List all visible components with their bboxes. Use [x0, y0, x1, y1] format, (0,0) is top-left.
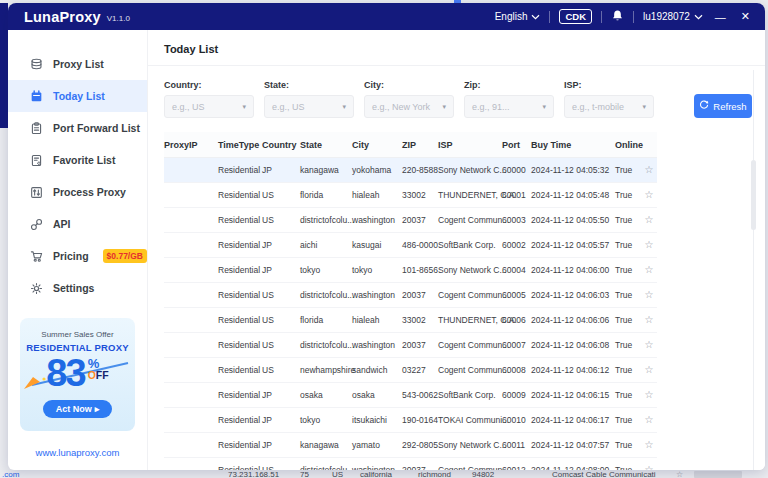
table-cell: kanagawa — [300, 165, 352, 175]
table-cell: 03227 — [402, 365, 438, 375]
favorite-star-icon[interactable]: ☆ — [641, 190, 657, 200]
filter-select-isp[interactable]: e.g., t-mobile▾ — [564, 95, 654, 118]
filter-state: State:e.g., US▾ — [264, 80, 354, 118]
divider — [601, 11, 602, 23]
favorite-star-icon[interactable]: ☆ — [641, 465, 657, 470]
column-header-city: City — [352, 140, 402, 150]
sidebar-item-api[interactable]: API — [8, 208, 147, 240]
table-row[interactable]: ResidentialUSfloridahialeah33002THUNDERN… — [164, 308, 657, 333]
sidebar-item-proxy-list[interactable]: Proxy List — [8, 48, 147, 80]
chevron-down-icon: ▾ — [642, 103, 646, 111]
filter-select-state[interactable]: e.g., US▾ — [264, 95, 354, 118]
table-row[interactable]: ResidentialJPtokyotokyo101-8656Sony Netw… — [164, 258, 657, 283]
filter-select-zip[interactable]: e.g., 91...▾ — [464, 95, 554, 118]
table-cell: florida — [300, 315, 352, 325]
table-cell: Cogent Commun... — [438, 215, 502, 225]
table-cell: 2024-11-12 04:07:57 — [531, 440, 615, 450]
table-cell: 2024-11-12 04:06:08 — [531, 340, 615, 350]
table-cell: JP — [262, 265, 300, 275]
table-cell: True — [615, 465, 641, 470]
sidebar-item-process-proxy[interactable]: Process Proxy — [8, 176, 147, 208]
background-text: 75 — [300, 470, 309, 478]
table-row[interactable]: ResidentialUSdistrictofcolu...washington… — [164, 333, 657, 358]
favorite-doc-icon — [30, 154, 43, 167]
favorite-star-icon[interactable]: ☆ — [641, 390, 657, 400]
column-header-state: State — [300, 140, 352, 150]
language-selector[interactable]: English — [495, 11, 541, 22]
sidebar-item-favorite-list[interactable]: Favorite List — [8, 144, 147, 176]
table-cell: districtofcolu... — [300, 340, 352, 350]
sidebar-item-port-forward-list[interactable]: Port Forward List — [8, 112, 147, 144]
filter-label: Country: — [164, 80, 254, 90]
table-row[interactable]: ResidentialJPtokyoitsukaichi190-0164TOKA… — [164, 408, 657, 433]
close-button[interactable]: ✕ — [738, 10, 753, 23]
website-link[interactable]: www.lunaproxy.com — [8, 447, 147, 458]
favorite-star-icon[interactable]: ☆ — [641, 340, 657, 350]
table-cell: JP — [262, 240, 300, 250]
favorite-star-icon[interactable]: ☆ — [641, 315, 657, 325]
favorite-star-icon[interactable]: ☆ — [641, 165, 657, 175]
table-cell: 2024-11-12 04:06:12 — [531, 365, 615, 375]
table-cell: washington — [352, 340, 402, 350]
favorite-star-icon[interactable]: ☆ — [641, 265, 657, 275]
link-icon — [30, 218, 43, 231]
refresh-button[interactable]: Refresh — [694, 94, 752, 118]
table-cell: kanagawa — [300, 440, 352, 450]
favorite-star-icon[interactable]: ☆ — [641, 365, 657, 375]
minimize-button[interactable]: — — [712, 11, 729, 23]
favorite-star-icon[interactable]: ☆ — [641, 440, 657, 450]
table-cell: washington — [352, 290, 402, 300]
table-cell: 33002 — [402, 315, 438, 325]
sidebar-item-settings[interactable]: Settings — [8, 272, 147, 304]
table-cell: Residential — [218, 440, 262, 450]
main-panel: Today List Country:e.g., US▾State:e.g., … — [148, 30, 765, 470]
bell-icon — [611, 9, 624, 24]
table-cell: Residential — [218, 265, 262, 275]
sidebar-item-pricing[interactable]: Pricing$0.77/GB — [8, 240, 147, 272]
notifications-button[interactable] — [611, 9, 624, 24]
table-cell: Residential — [218, 240, 262, 250]
username-label: lu1928072 — [643, 11, 690, 22]
table-row[interactable]: ResidentialJPkanagawayokohama220-8588Son… — [164, 158, 657, 183]
column-header-country: Country — [262, 140, 300, 150]
page-title: Today List — [148, 30, 765, 66]
table-cell: Cogent Commun... — [438, 340, 502, 350]
filter-select-city[interactable]: e.g., New York▾ — [364, 95, 454, 118]
table-row[interactable]: ResidentialUSnewhampshiresandwich03227Co… — [164, 358, 657, 383]
cdk-button[interactable]: CDK — [559, 9, 592, 24]
column-header-zip: ZIP — [402, 140, 438, 150]
table-cell: 2024-11-12 04:08:00 — [531, 465, 615, 470]
filter-city: City:e.g., New York▾ — [364, 80, 454, 118]
filter-select-country[interactable]: e.g., US▾ — [164, 95, 254, 118]
act-now-label: Act Now — [56, 404, 92, 414]
favorite-star-icon[interactable]: ☆ — [641, 290, 657, 300]
table-cell: True — [615, 415, 641, 425]
sidebar-item-label: Process Proxy — [53, 186, 126, 198]
chevron-down-icon: ▾ — [242, 103, 246, 111]
favorite-star-icon[interactable]: ☆ — [641, 415, 657, 425]
scrollbar-thumb[interactable] — [751, 160, 756, 230]
filter-placeholder: e.g., t-mobile — [572, 102, 624, 112]
background-text: 73.231.168.51 — [228, 470, 279, 478]
scrollbar[interactable] — [753, 70, 754, 470]
table-row[interactable]: ResidentialJPaichikasugai486-0000SoftBan… — [164, 233, 657, 258]
table-row[interactable]: ResidentialJPosakaosaka543-0062SoftBank … — [164, 383, 657, 408]
app-version: V1.1.0 — [107, 14, 130, 23]
sidebar-item-today-list[interactable]: Today List — [8, 80, 147, 112]
table-row[interactable]: ResidentialUSfloridahialeah33002THUNDERN… — [164, 183, 657, 208]
favorite-star-icon[interactable]: ☆ — [641, 240, 657, 250]
table-row[interactable]: ResidentialJPkanagawayamato292-0805Sony … — [164, 433, 657, 458]
table-cell: newhampshire — [300, 365, 352, 375]
table-cell: aichi — [300, 240, 352, 250]
table-cell: 60004 — [502, 265, 531, 275]
table-cell: US — [262, 340, 300, 350]
act-now-button[interactable]: Act Now ▸ — [43, 400, 113, 418]
user-menu[interactable]: lu1928072 — [643, 11, 703, 22]
table-row[interactable]: ResidentialUSdistrictofcolu...washington… — [164, 208, 657, 233]
table-cell: districtofcolu... — [300, 215, 352, 225]
table-cell: 60005 — [502, 290, 531, 300]
table-row[interactable]: ResidentialUSdistrictofcolu...washington… — [164, 283, 657, 308]
favorite-star-icon[interactable]: ☆ — [641, 215, 657, 225]
language-label: English — [495, 11, 528, 22]
table-row[interactable]: ResidentialUSdistrictofcolu...washington… — [164, 458, 657, 470]
